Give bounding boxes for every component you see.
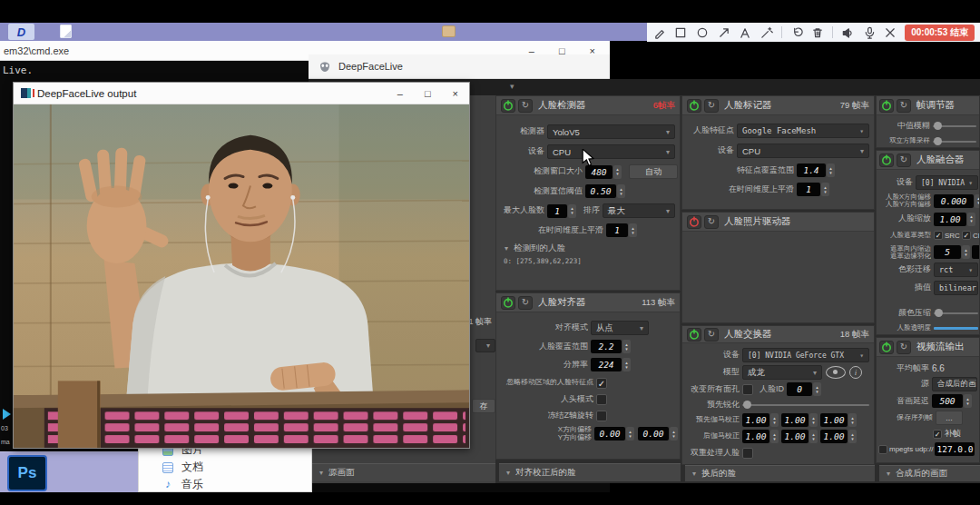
spinner-arrows[interactable] bbox=[809, 413, 818, 427]
offset-x-input[interactable]: 0.00 bbox=[594, 427, 625, 441]
spinner-arrows[interactable] bbox=[622, 340, 631, 353]
save-sequence-button[interactable]: ... bbox=[936, 411, 963, 425]
power-on-icon[interactable] bbox=[879, 153, 894, 167]
info-icon[interactable]: i bbox=[849, 366, 862, 379]
close-icon[interactable] bbox=[884, 25, 898, 40]
two-pass-checkbox[interactable] bbox=[742, 448, 753, 459]
pencil-icon[interactable] bbox=[652, 25, 667, 40]
refresh-icon[interactable] bbox=[704, 215, 719, 229]
max-faces-input[interactable]: 1 bbox=[547, 204, 567, 218]
rectangle-icon[interactable] bbox=[674, 25, 689, 40]
close-button[interactable]: × bbox=[453, 88, 458, 99]
spinner-arrows[interactable] bbox=[967, 213, 975, 226]
landmarks-select[interactable]: Google FaceMesh bbox=[737, 124, 869, 138]
spinner-arrows[interactable] bbox=[770, 430, 779, 443]
src-mask-checkbox[interactable] bbox=[934, 231, 943, 240]
spinner-arrows[interactable] bbox=[821, 183, 829, 196]
spinner-arrows[interactable] bbox=[770, 413, 779, 427]
resolution-input[interactable]: 224 bbox=[591, 358, 622, 371]
swap-all-checkbox[interactable] bbox=[742, 384, 753, 395]
coverage-input[interactable]: 1.4 bbox=[797, 163, 826, 177]
spinner-arrows[interactable] bbox=[622, 358, 631, 371]
freeze-z-checkbox[interactable] bbox=[596, 411, 607, 421]
maximize-button[interactable]: □ bbox=[425, 88, 431, 99]
spinner-arrows[interactable] bbox=[613, 165, 622, 179]
smooth-input[interactable]: 1 bbox=[606, 223, 628, 237]
app-logo-icon[interactable]: D bbox=[8, 24, 34, 40]
interpolation-select[interactable]: bilinear bbox=[934, 281, 978, 295]
postgamma-b-input[interactable]: 1.00 bbox=[820, 430, 848, 443]
median-blur-slider[interactable] bbox=[933, 120, 976, 132]
head-mode-checkbox[interactable] bbox=[596, 394, 607, 405]
detector-type-select[interactable]: YoloV5 bbox=[547, 124, 675, 139]
speaker-icon[interactable] bbox=[840, 25, 855, 40]
udp-address-input[interactable]: 127.0.0 bbox=[935, 442, 975, 456]
menu-item-music[interactable]: ♪ 音乐 bbox=[139, 476, 311, 493]
trash-icon[interactable] bbox=[811, 25, 826, 40]
menu-item-documents[interactable]: 文档 bbox=[139, 459, 311, 476]
swapped-face-collapse[interactable]: 换后的脸 bbox=[685, 465, 875, 481]
eye-icon[interactable] bbox=[826, 366, 846, 379]
threshold-input[interactable]: 0.50 bbox=[585, 184, 616, 198]
presharpen-slider[interactable] bbox=[742, 399, 869, 411]
power-off-icon[interactable] bbox=[687, 215, 701, 229]
spinner-arrows[interactable] bbox=[617, 184, 625, 198]
color-compress-slider[interactable] bbox=[934, 307, 978, 319]
downsample-slider[interactable] bbox=[933, 135, 976, 147]
source-frame-collapse[interactable]: 源画面 bbox=[312, 463, 495, 481]
face-id-input[interactable]: 0 bbox=[787, 382, 812, 396]
photoshop-icon[interactable]: Ps bbox=[7, 455, 47, 491]
pregamma-r-input[interactable]: 1.00 bbox=[742, 413, 769, 427]
spinner-arrows[interactable] bbox=[626, 427, 634, 441]
pregamma-g-input[interactable]: 1.00 bbox=[781, 413, 808, 427]
chevron-down-icon[interactable]: ▾ bbox=[510, 82, 514, 91]
refresh-icon[interactable] bbox=[897, 153, 911, 167]
device-select[interactable]: CPU bbox=[547, 144, 675, 159]
device-select[interactable]: [0] NVIDIA bbox=[916, 175, 978, 190]
mic-icon[interactable] bbox=[862, 25, 877, 40]
power-on-icon[interactable] bbox=[879, 99, 894, 113]
model-select[interactable]: 成龙 bbox=[742, 365, 822, 380]
smooth-input[interactable]: 1 bbox=[797, 183, 820, 196]
refresh-icon[interactable] bbox=[704, 99, 719, 113]
spinner-arrows[interactable] bbox=[962, 245, 970, 259]
postgamma-r-input[interactable]: 1.00 bbox=[742, 430, 769, 443]
exclude-moving-checkbox[interactable] bbox=[596, 378, 607, 389]
merged-frame-collapse[interactable]: 合成后的画面 bbox=[879, 465, 980, 481]
laser-icon[interactable] bbox=[760, 25, 774, 40]
stop-recording-button[interactable]: 00:00:53 结束 bbox=[905, 25, 975, 41]
spinner-arrows[interactable] bbox=[629, 223, 637, 237]
minimize-button[interactable]: – bbox=[397, 88, 403, 99]
truncated-select[interactable] bbox=[475, 339, 495, 352]
save-button[interactable]: 存 bbox=[472, 399, 495, 413]
undo-icon[interactable] bbox=[789, 25, 804, 40]
source-select[interactable]: 合成后的画面 bbox=[932, 377, 977, 391]
spinner-arrows[interactable] bbox=[848, 413, 857, 427]
detected-faces-collapse[interactable]: 检测到的人脸 bbox=[501, 243, 675, 254]
refresh-icon[interactable] bbox=[897, 99, 911, 113]
face-offset-input[interactable]: 0.000 bbox=[934, 194, 974, 208]
align-mode-select[interactable]: 从点 bbox=[591, 321, 649, 335]
device-select[interactable]: CPU bbox=[737, 144, 869, 158]
mask-erode-input[interactable]: 5 bbox=[934, 245, 961, 259]
refresh-icon[interactable] bbox=[518, 99, 533, 113]
frame-fill-checkbox[interactable] bbox=[933, 430, 942, 439]
face-opacity-slider[interactable] bbox=[934, 322, 978, 334]
document-icon[interactable] bbox=[60, 25, 72, 38]
refresh-icon[interactable] bbox=[704, 328, 719, 342]
offset-y-input[interactable]: 0.00 bbox=[638, 427, 669, 441]
power-on-icon[interactable] bbox=[879, 341, 894, 354]
folder-icon[interactable] bbox=[442, 25, 456, 37]
power-on-icon[interactable] bbox=[687, 328, 701, 342]
sort-select[interactable]: 最大 bbox=[603, 203, 675, 218]
face-scale-input[interactable]: 1.00 bbox=[934, 213, 966, 226]
av-delay-input[interactable]: 500 bbox=[932, 394, 963, 408]
color-transfer-select[interactable]: rct bbox=[934, 262, 978, 277]
arrow-icon[interactable] bbox=[717, 25, 731, 40]
spinner-arrows[interactable] bbox=[568, 204, 576, 218]
udp-checkbox[interactable] bbox=[878, 445, 887, 454]
ellipse-icon[interactable] bbox=[695, 25, 710, 40]
power-on-icon[interactable] bbox=[501, 296, 515, 310]
spinner-arrows[interactable] bbox=[848, 430, 857, 443]
power-on-icon[interactable] bbox=[501, 99, 515, 113]
